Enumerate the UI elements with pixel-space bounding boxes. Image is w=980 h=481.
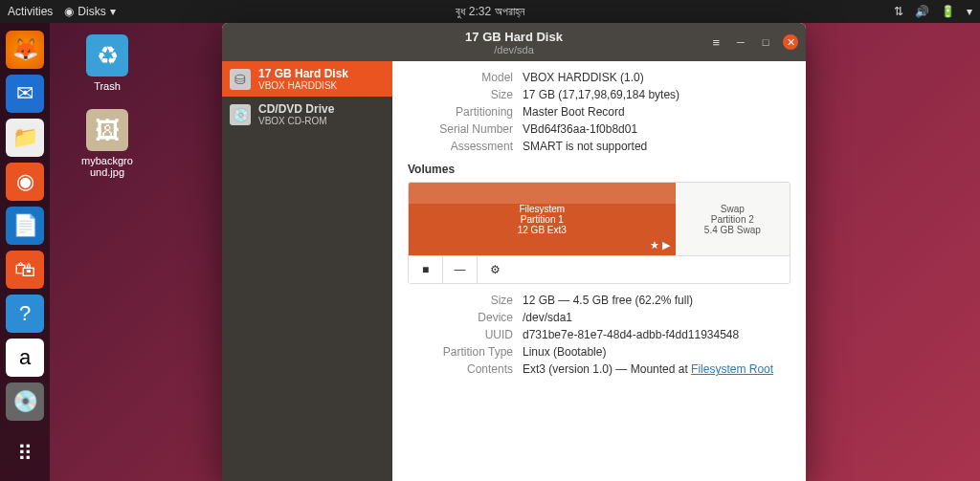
desktop-file-jpg[interactable]: 🖼 mybackgro und.jpg — [78, 109, 136, 178]
label-assessment: Assessment — [408, 140, 513, 153]
chevron-down-icon[interactable]: ▾ — [967, 5, 972, 18]
label-device: Device — [408, 311, 513, 324]
dock-firefox[interactable]: 🦊 — [6, 31, 44, 69]
label-partitioning: Partitioning — [408, 105, 513, 119]
dock: 🦊 ✉ 📁 ◉ 📄 🛍 ? a 💿 ⠿ — [0, 23, 50, 481]
label-size: Size — [408, 88, 513, 101]
activities-button[interactable]: Activities — [8, 5, 53, 18]
value-device: /dev/sda1 — [523, 311, 572, 324]
volume-toolbar: ■ — ⚙ — [409, 255, 790, 283]
window-title: 17 GB Hard Disk — [465, 30, 563, 44]
star-icon: ★ — [650, 239, 659, 251]
titlebar[interactable]: 17 GB Hard Disk /dev/sda ≡ ─ □ ✕ — [222, 23, 806, 61]
device-sidebar: ⛁ 17 GB Hard Disk VBOX HARDDISK 💿 CD/DVD… — [222, 61, 392, 481]
label-contents: Contents — [408, 362, 513, 376]
desktop: ♻ Trash 🖼 mybackgro und.jpg 17 GB Hard D… — [50, 23, 980, 481]
hamburger-icon[interactable]: ≡ — [712, 35, 720, 50]
unmount-button[interactable]: ■ — [409, 256, 443, 283]
label-psize: Size — [408, 294, 513, 307]
delete-partition-button[interactable]: — — [443, 256, 478, 283]
volumes-diagram: Filesystem Partition 1 12 GB Ext3 ★ ▶ Sw… — [408, 182, 791, 284]
value-ptype: Linux (Bootable) — [523, 345, 606, 359]
volume-partition-1[interactable]: Filesystem Partition 1 12 GB Ext3 ★ ▶ — [409, 183, 676, 255]
dock-show-apps[interactable]: ⠿ — [6, 435, 44, 473]
more-options-button[interactable]: ⚙ — [478, 256, 512, 283]
label-serial: Serial Number — [408, 122, 513, 136]
dock-amazon[interactable]: a — [6, 339, 44, 377]
filesystem-root-link[interactable]: Filesystem Root — [691, 362, 773, 376]
value-model: VBOX HARDDISK (1.0) — [523, 71, 644, 84]
value-psize: 12 GB — 4.5 GB free (62.2% full) — [523, 294, 693, 307]
disks-window: 17 GB Hard Disk /dev/sda ≡ ─ □ ✕ ⛁ 17 GB… — [222, 23, 806, 481]
battery-icon[interactable]: 🔋 — [941, 5, 955, 18]
minimize-button[interactable]: ─ — [733, 34, 748, 50]
image-file-icon: 🖼 — [86, 109, 128, 151]
value-partitioning: Master Boot Record — [523, 105, 625, 119]
disks-icon: ◉ — [64, 5, 74, 18]
sidebar-item-cddvd[interactable]: 💿 CD/DVD Drive VBOX CD-ROM — [222, 97, 392, 132]
dock-files[interactable]: 📁 — [6, 119, 44, 157]
harddisk-icon: ⛁ — [230, 69, 251, 90]
network-icon[interactable]: ⇅ — [894, 5, 903, 18]
disk-detail-pane: ModelVBOX HARDDISK (1.0) Size17 GB (17,1… — [392, 61, 806, 481]
dock-rhythmbox[interactable]: ◉ — [6, 163, 44, 201]
label-uuid: UUID — [408, 328, 513, 341]
cd-icon: 💿 — [230, 104, 251, 125]
dock-writer[interactable]: 📄 — [6, 207, 44, 245]
label-ptype: Partition Type — [408, 345, 513, 359]
desktop-trash[interactable]: ♻ Trash — [78, 34, 136, 92]
play-icon: ▶ — [662, 239, 670, 251]
close-button[interactable]: ✕ — [783, 34, 798, 50]
dock-thunderbird[interactable]: ✉ — [6, 75, 44, 113]
window-subtitle: /dev/sda — [465, 44, 563, 55]
dock-help[interactable]: ? — [6, 295, 44, 333]
trash-icon: ♻ — [86, 34, 128, 77]
dock-software[interactable]: 🛍 — [6, 251, 44, 289]
value-assessment: SMART is not supported — [523, 140, 647, 153]
value-size: 17 GB (17,17,98,69,184 bytes) — [523, 88, 679, 101]
dock-disks[interactable]: 💿 — [6, 383, 44, 421]
label-model: Model — [408, 71, 513, 84]
chevron-down-icon: ▾ — [110, 5, 116, 18]
maximize-button[interactable]: □ — [758, 34, 773, 50]
volume-partition-2[interactable]: Swap Partition 2 5.4 GB Swap — [676, 183, 790, 255]
top-bar: Activities ◉ Disks ▾ বুধ 2:32 অপরাহ্ন ⇅ … — [0, 0, 980, 23]
value-uuid: d731be7e-81e7-48d4-adbb-f4dd11934548 — [523, 328, 739, 341]
volumes-heading: Volumes — [408, 163, 791, 176]
volume-icon[interactable]: 🔊 — [915, 5, 929, 18]
value-contents: Ext3 (version 1.0) — Mounted at Filesyst… — [523, 362, 773, 376]
sidebar-item-harddisk[interactable]: ⛁ 17 GB Hard Disk VBOX HARDDISK — [222, 61, 392, 97]
value-serial: VBd64f36aa-1f0b8d01 — [523, 122, 637, 136]
app-menu[interactable]: ◉ Disks ▾ — [64, 5, 115, 18]
clock[interactable]: বুধ 2:32 অপরাহ্ন — [456, 5, 523, 18]
